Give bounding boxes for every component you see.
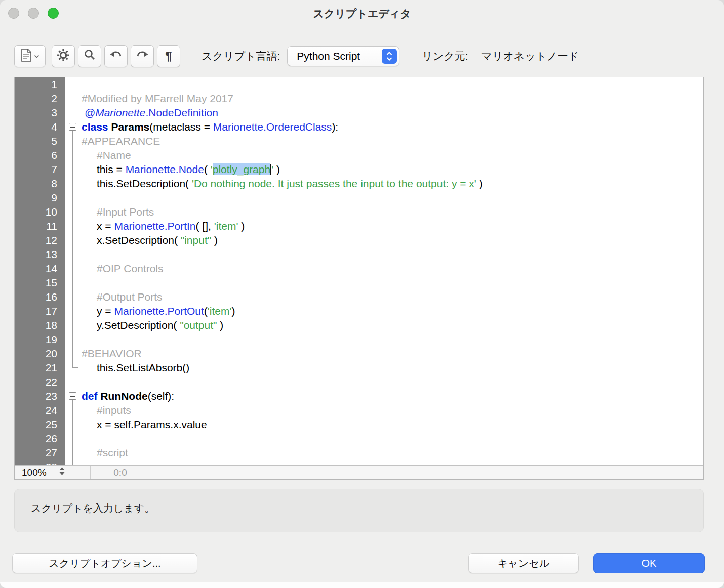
code-line[interactable]: this.SetListAbsorb() [81, 361, 703, 375]
line-number: 26 [15, 432, 65, 446]
code-line[interactable]: x = self.Params.x.value [81, 417, 703, 432]
editor-statusbar: 100% 0:0 [15, 465, 703, 479]
line-number: 23 [15, 389, 65, 403]
fold-margin-row [65, 177, 81, 191]
line-number: 25 [15, 417, 65, 432]
code-line[interactable] [81, 375, 703, 389]
code-line[interactable]: y.SetDescription( "output" ) [81, 318, 703, 332]
ok-button[interactable]: OK [593, 553, 705, 573]
help-text-box: スクリプトを入力します。 [14, 489, 704, 532]
code-line[interactable]: x = Marionette.PortIn( [], 'item' ) [81, 219, 703, 233]
code-line[interactable] [81, 460, 703, 465]
code-line[interactable]: #Input Ports [81, 205, 703, 219]
line-number: 22 [15, 375, 65, 389]
fold-margin-row [65, 106, 81, 120]
line-number: 8 [15, 177, 65, 191]
link-source-value: マリオネットノード [481, 49, 579, 63]
fold-margin-row [65, 318, 81, 332]
code-line[interactable]: def RunNode(self): [81, 389, 703, 403]
formatting-marks-button[interactable]: ¶ [157, 45, 180, 67]
code-line[interactable]: #OIP Controls [81, 262, 703, 276]
fold-margin-row [65, 162, 81, 177]
script-file-icon [21, 49, 32, 64]
line-number: 14 [15, 262, 65, 276]
script-file-menu-button[interactable] [14, 45, 46, 67]
fold-toggle[interactable] [65, 120, 81, 134]
code-line[interactable]: this.SetDescription( 'Do nothing node. I… [81, 177, 703, 191]
line-number: 17 [15, 304, 65, 318]
script-language-label: スクリプト言語: [202, 49, 280, 63]
fold-margin-row [65, 262, 81, 276]
line-number: 15 [15, 276, 65, 290]
code-line[interactable]: @Marionette.NodeDefinition [81, 106, 703, 120]
fold-margin-row [65, 417, 81, 432]
code-line[interactable] [81, 77, 703, 92]
code-line[interactable]: this = Marionette.Node( 'plotly_graph' ) [81, 162, 703, 177]
code-line[interactable] [81, 247, 703, 262]
fold-margin-row [65, 205, 81, 219]
code-line[interactable]: #BEHAVIOR [81, 347, 703, 361]
cancel-button[interactable]: キャンセル [468, 553, 579, 573]
code-line[interactable]: #Modified by MFarrell May 2017 [81, 92, 703, 106]
horizontal-scrollbar[interactable] [150, 466, 703, 479]
line-number: 5 [15, 134, 65, 148]
line-number: 2 [15, 92, 65, 106]
code-line[interactable]: #APPEARANCE [81, 134, 703, 148]
code-line[interactable]: #Output Ports [81, 290, 703, 304]
line-number: 10 [15, 205, 65, 219]
line-number: 1 [15, 77, 65, 92]
script-options-button[interactable]: スクリプトオプション... [12, 553, 197, 573]
code-line[interactable] [81, 332, 703, 347]
line-number: 27 [15, 446, 65, 460]
fold-margin-row [65, 134, 81, 148]
fold-margin [65, 77, 81, 465]
fold-toggle[interactable] [65, 389, 81, 403]
undo-arrow-icon [109, 49, 123, 63]
line-number: 19 [15, 332, 65, 347]
caret-position: 0:0 [91, 466, 150, 479]
code-line[interactable] [81, 191, 703, 205]
fold-margin-row [65, 92, 81, 106]
fold-margin-row [65, 375, 81, 389]
titlebar[interactable]: スクリプトエディタ [0, 0, 724, 26]
redo-arrow-icon [135, 49, 149, 63]
code-line[interactable]: y = Marionette.PortOut('item') [81, 304, 703, 318]
line-number: 18 [15, 318, 65, 332]
window-bottom-strip [0, 582, 724, 588]
undo-button[interactable] [104, 45, 128, 67]
code-editor[interactable]: 1234567891011121314151617181920212223242… [14, 77, 704, 480]
fold-margin-row [65, 403, 81, 417]
fold-margin-row [65, 219, 81, 233]
line-number: 6 [15, 148, 65, 162]
language-select[interactable]: Python Script [287, 46, 399, 66]
fold-margin-row [65, 276, 81, 290]
code-line[interactable] [81, 276, 703, 290]
fold-margin-row [65, 304, 81, 318]
code-line[interactable]: x.SetDescription( "input" ) [81, 233, 703, 247]
line-number: 24 [15, 403, 65, 417]
code-line[interactable] [81, 432, 703, 446]
zoom-stepper[interactable] [59, 467, 65, 478]
code-line[interactable]: #Name [81, 148, 703, 162]
fold-margin-row [65, 290, 81, 304]
line-number: 28 [15, 460, 65, 465]
settings-button[interactable] [52, 45, 75, 67]
magnifier-icon [83, 49, 96, 64]
fold-margin-row [65, 460, 81, 465]
search-button[interactable] [78, 45, 101, 67]
select-stepper-icon [382, 49, 397, 64]
code-line[interactable]: class Params(metaclass = Marionette.Orde… [81, 120, 703, 134]
line-number: 3 [15, 106, 65, 120]
fold-margin-row [65, 332, 81, 347]
fold-margin-row [65, 233, 81, 247]
link-source-label: リンク元: [422, 49, 468, 63]
fold-margin-row [65, 247, 81, 262]
code-area[interactable]: #Modified by MFarrell May 2017 @Marionet… [81, 77, 703, 465]
language-select-value: Python Script [297, 50, 360, 62]
redo-button[interactable] [131, 45, 154, 67]
code-line[interactable]: #inputs [81, 403, 703, 417]
code-line[interactable]: #script [81, 446, 703, 460]
line-number: 13 [15, 247, 65, 262]
chevron-down-icon [34, 52, 39, 61]
help-text: スクリプトを入力します。 [31, 502, 154, 514]
